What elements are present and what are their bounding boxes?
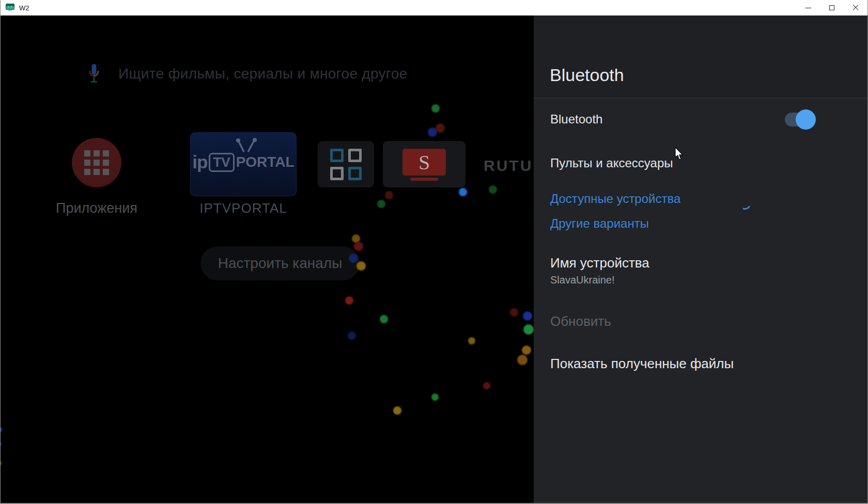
bokeh-dot xyxy=(523,311,532,321)
bokeh-dot xyxy=(468,337,475,344)
bokeh-dot xyxy=(385,191,393,199)
bokeh-dot xyxy=(517,355,528,365)
bokeh-dot xyxy=(459,188,467,196)
close-icon xyxy=(853,5,859,11)
close-button[interactable] xyxy=(844,0,867,15)
other-options-link[interactable]: Другие варианты xyxy=(550,216,649,231)
bokeh-dot xyxy=(380,315,388,323)
bokeh-dot xyxy=(523,324,534,335)
bokeh-dot xyxy=(348,332,356,340)
bokeh-dot xyxy=(483,382,490,389)
bokeh-dot xyxy=(431,104,440,113)
maximize-icon xyxy=(829,5,834,10)
mouse-cursor xyxy=(675,147,686,163)
panel-title: Bluetooth xyxy=(550,65,624,85)
scanning-spinner-icon xyxy=(738,197,752,211)
show-received-files-item[interactable]: Показать полученные файлы xyxy=(550,356,734,372)
bokeh-dot xyxy=(522,345,531,355)
titlebar: W2 xyxy=(1,0,867,15)
device-name-label[interactable]: Имя устройства xyxy=(550,255,649,271)
app-window: W2 Ищите фильмы, сериалы и многое другое xyxy=(0,0,868,504)
s-tv-stand xyxy=(410,178,438,181)
launcher-background: Ищите фильмы, сериалы и многое другое Пр… xyxy=(1,15,534,504)
bokeh-dot xyxy=(510,308,518,317)
toggle-thumb xyxy=(796,109,816,130)
minimize-button[interactable] xyxy=(796,0,820,15)
squares-icon xyxy=(330,149,362,180)
app-tile-s-tv[interactable]: S xyxy=(383,141,466,187)
screen-content: Ищите фильмы, сериалы и многое другое Пр… xyxy=(1,15,867,504)
app-tile-iptvportal[interactable]: ip TV PORTAL xyxy=(190,132,297,196)
bokeh-dot xyxy=(349,254,358,263)
bluetooth-settings-panel: Bluetooth Bluetooth Пульты и аксессуары … xyxy=(534,15,868,504)
bokeh-dot xyxy=(436,123,445,133)
window-title: W2 xyxy=(19,4,29,12)
panel-header: Bluetooth xyxy=(534,15,868,98)
apps-grid-icon xyxy=(84,150,109,175)
apps-label: Приложения xyxy=(46,200,147,216)
iptvportal-logo: ip TV PORTAL xyxy=(190,152,297,172)
bokeh-dot xyxy=(345,296,353,305)
bokeh-dot xyxy=(354,242,363,251)
section-accessories: Пульты и аксессуары xyxy=(550,156,673,170)
bokeh-dot xyxy=(377,200,385,208)
bluetooth-toggle[interactable] xyxy=(785,113,814,127)
search-placeholder[interactable]: Ищите фильмы, сериалы и многое другое xyxy=(118,66,407,82)
app-tile-rutube[interactable]: RUTUBE xyxy=(484,157,534,175)
microphone-icon xyxy=(88,63,100,86)
antenna-icon xyxy=(235,137,261,153)
available-devices-link[interactable]: Доступные устройства xyxy=(550,192,680,206)
apps-button[interactable] xyxy=(72,138,121,187)
iptvportal-label: IPTVPORTAL xyxy=(192,200,295,216)
minimize-icon xyxy=(805,8,811,8)
bokeh-dot xyxy=(1,461,2,466)
device-name-value: SlavaUkraine! xyxy=(550,274,615,286)
bokeh-dot xyxy=(431,393,439,401)
voice-search-button[interactable] xyxy=(88,63,100,88)
app-tile-squares[interactable] xyxy=(318,141,374,187)
configure-channels-button[interactable]: Настроить каналы xyxy=(200,246,360,280)
update-item: Обновить xyxy=(550,313,611,329)
bokeh-dot xyxy=(357,261,366,271)
bluetooth-toggle-label: Bluetooth xyxy=(550,112,602,127)
bokeh-dot xyxy=(1,442,2,447)
s-tv-icon: S xyxy=(402,149,446,176)
maximize-button[interactable] xyxy=(820,0,844,15)
bokeh-dot xyxy=(1,427,2,433)
bokeh-dot xyxy=(393,406,401,415)
bokeh-dot xyxy=(489,185,497,194)
app-icon xyxy=(6,4,14,12)
